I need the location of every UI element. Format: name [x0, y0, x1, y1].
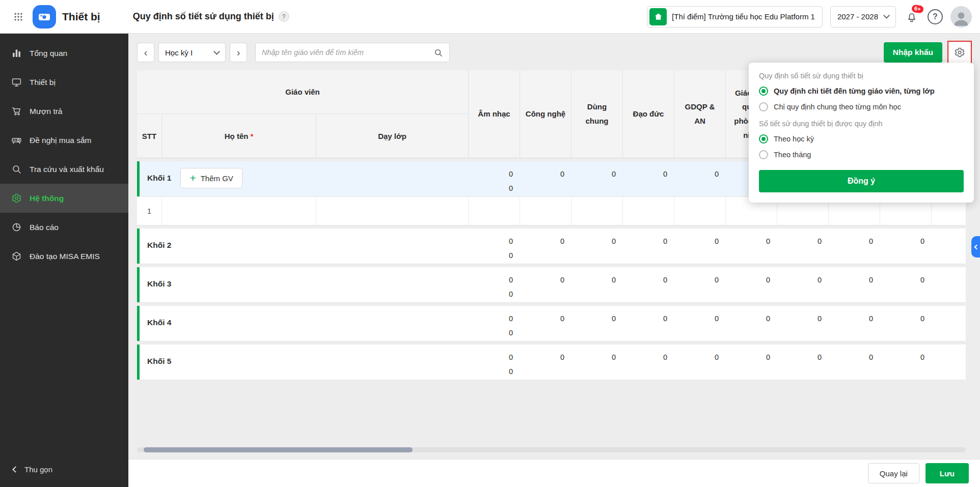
popup-section-title: Quy định số tiết sử dụng thiết bị [759, 72, 964, 80]
back-button[interactable]: Quay lại [868, 463, 919, 483]
gear-icon [954, 47, 965, 58]
save-button[interactable]: Lưu [925, 463, 969, 483]
sidebar-item-tong-quan[interactable]: Tổng quan [0, 39, 128, 68]
radio-option-general-per-subject[interactable]: Chỉ quy định chung theo từng môn học [759, 102, 964, 111]
radio-option-by-month[interactable]: Theo tháng [759, 150, 964, 159]
pie-chart-icon [11, 222, 22, 233]
value-cell: 0 [520, 345, 571, 380]
page-help-icon[interactable]: ? [279, 11, 289, 22]
sidebar-collapse-button[interactable]: Thu gọn [0, 457, 128, 481]
column-header-stt: STT [137, 114, 162, 158]
value-cell: 0 [880, 345, 932, 380]
avatar[interactable] [950, 6, 972, 27]
sidebar-item-label: Đề nghị mua sắm [30, 136, 91, 145]
value-cell: 0 [932, 345, 966, 380]
semester-value: Học kỳ I [165, 48, 193, 57]
table-row-khoi-5: Khối 5 00 0 0 0 0 0 0 0 0 0 [137, 345, 966, 380]
column-header-dung-chung: Dùng chung [571, 70, 623, 158]
footer-action-bar: Quay lại Lưu [128, 459, 980, 487]
class-input-cell[interactable] [316, 197, 469, 225]
column-header-ho-ten: Họ tên* [162, 114, 316, 158]
sidebar-item-de-nghi-mua-sam[interactable]: Đề nghị mua sắm [0, 126, 128, 155]
search-icon [11, 164, 22, 175]
group-label: Khối 2 [147, 241, 171, 250]
radio-option-detail-per-teacher[interactable]: Quy định chi tiết đến từng giáo viên, từ… [759, 87, 964, 96]
app-logo-icon[interactable] [33, 5, 56, 28]
horizontal-scrollbar-thumb[interactable] [144, 447, 413, 452]
sidebar-item-label: Tổng quan [30, 49, 67, 58]
semester-select[interactable]: Học kỳ I [158, 43, 226, 62]
help-icon[interactable]: ? [928, 9, 943, 24]
period-input-cell[interactable] [469, 197, 520, 225]
value-cell: 0 [829, 228, 880, 264]
sidebar-item-dao-tao[interactable]: Đào tạo MISA EMIS [0, 242, 128, 271]
period-input-cell[interactable] [571, 197, 623, 225]
sidebar-item-bao-cao[interactable]: Báo cáo [0, 213, 128, 242]
search-icon[interactable] [433, 48, 443, 58]
sidebar-item-muon-tra[interactable]: Mượn trả [0, 97, 128, 126]
value-cell: 0 [674, 345, 726, 380]
horizontal-scrollbar-track[interactable] [137, 447, 966, 452]
confirm-button[interactable]: Đồng ý [759, 170, 964, 192]
notification-bell-icon[interactable]: 6+ [904, 9, 920, 25]
plus-icon: + [189, 173, 196, 183]
column-header-cong-nghe: Công nghệ [520, 70, 571, 158]
group-indicator-bar [137, 228, 140, 264]
group-indicator-bar [137, 267, 140, 302]
sidebar-item-tra-cuu[interactable]: Tra cứu và xuất khẩu [0, 155, 128, 184]
cart-icon [11, 106, 22, 117]
value-cell: 0 [520, 228, 571, 264]
group-label: Khối 5 [147, 357, 171, 366]
sidebar-item-label: Hệ thống [30, 194, 64, 203]
import-button[interactable]: Nhập khẩu [884, 42, 942, 63]
home-icon [649, 8, 667, 25]
radio-option-by-semester[interactable]: Theo học kỳ [759, 134, 964, 144]
value-cell: 0 [571, 228, 623, 264]
prev-semester-button[interactable]: ‹ [137, 43, 154, 62]
value-cell: 0 [829, 306, 880, 341]
gear-icon [11, 193, 22, 204]
chevron-left-icon [974, 244, 979, 249]
next-semester-button[interactable]: › [230, 43, 247, 62]
value-cell: 0 [829, 267, 880, 302]
sidebar-item-label: Thiết bị [30, 78, 56, 87]
value-cell: 0 [571, 306, 623, 341]
sidebar-item-thiet-bi[interactable]: Thiết bị [0, 68, 128, 97]
period-input-cell[interactable] [623, 197, 674, 225]
column-header-am-nhac: Âm nhạc [469, 70, 520, 158]
settings-button[interactable] [949, 42, 970, 63]
value-cell: 0 [726, 345, 777, 380]
chevron-left-icon [12, 466, 19, 473]
sidebar-item-label: Mượn trả [30, 107, 62, 116]
school-selector[interactable]: [Thí điểm] Trường tiểu học Edu Platform … [647, 6, 823, 27]
monitor-icon [11, 77, 22, 88]
value-cell: 0 [571, 161, 623, 196]
chevron-down-icon [213, 48, 220, 55]
column-header-giao-vien: Giáo viên [137, 70, 469, 114]
search-input[interactable] [262, 48, 433, 56]
value-cell: 0 [674, 228, 726, 264]
required-asterisk: * [250, 132, 253, 140]
expand-panel-tab[interactable] [971, 236, 980, 257]
radio-label: Chỉ quy định chung theo từng môn học [774, 103, 901, 111]
value-cell: 00 [469, 345, 520, 380]
value-cell: 0 [932, 228, 966, 264]
add-teacher-button[interactable]: + Thêm GV [180, 168, 242, 188]
value-cell: 0 [571, 267, 623, 302]
sidebar-item-he-thong[interactable]: Hệ thống [0, 184, 128, 213]
name-input-cell[interactable] [162, 197, 316, 225]
school-year-select[interactable]: 2027 - 2028 [830, 6, 896, 27]
value-cell: 0 [932, 267, 966, 302]
notification-badge: 6+ [912, 4, 924, 13]
radio-selected-icon [759, 87, 768, 96]
school-name: [Thí điểm] Trường tiểu học Edu Platform … [672, 12, 815, 21]
value-cell: 0 0 [469, 161, 520, 196]
radio-label: Theo học kỳ [774, 135, 814, 143]
value-cell: 0 [674, 267, 726, 302]
radio-label: Theo tháng [774, 151, 811, 159]
app-grid-icon[interactable] [8, 7, 29, 27]
value-cell: 00 [469, 267, 520, 302]
period-input-cell[interactable] [674, 197, 726, 225]
value-cell: 00 [469, 228, 520, 264]
period-input-cell[interactable] [520, 197, 571, 225]
